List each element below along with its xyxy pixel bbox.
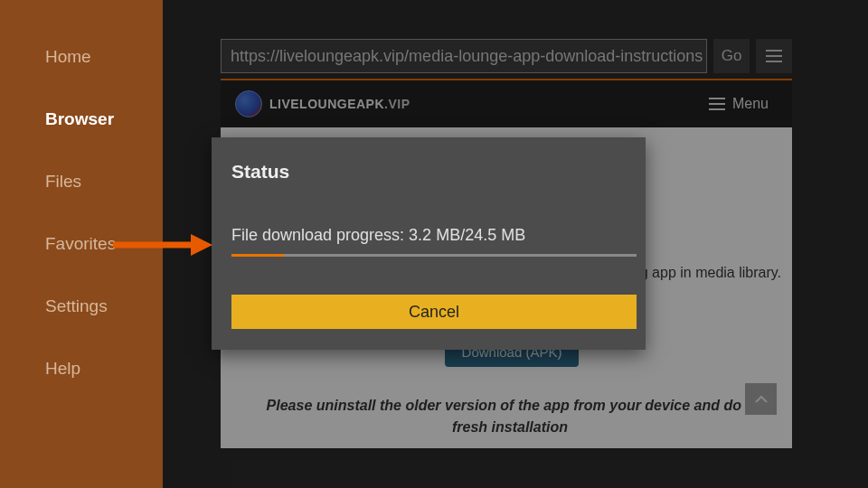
sidebar-item-help[interactable]: Help <box>45 359 163 379</box>
download-progress-text: File download progress: 3.2 MB/24.5 MB <box>231 226 626 245</box>
sidebar-item-home[interactable]: Home <box>45 47 163 67</box>
progress-bar <box>231 254 637 257</box>
sidebar-item-settings[interactable]: Settings <box>45 296 163 316</box>
progress-fill <box>231 254 284 257</box>
svg-marker-7 <box>191 234 212 256</box>
dialog-title: Status <box>231 161 626 183</box>
cancel-button[interactable]: Cancel <box>231 295 637 329</box>
sidebar-item-files[interactable]: Files <box>45 172 163 192</box>
annotation-arrow-icon <box>113 230 212 259</box>
status-dialog: Status File download progress: 3.2 MB/24… <box>212 137 646 350</box>
sidebar-item-browser[interactable]: Browser <box>45 109 163 129</box>
